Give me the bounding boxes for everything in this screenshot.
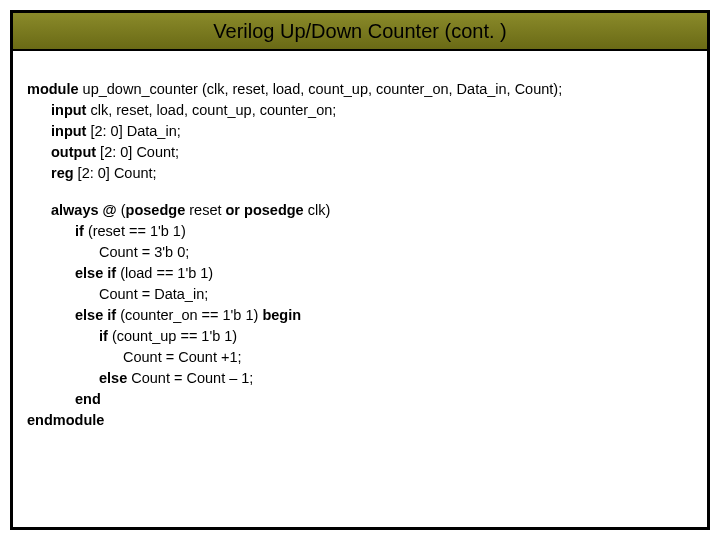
code-line: always @ (posedge reset or posedge clk) <box>27 200 693 221</box>
keyword-elseif: else if <box>75 265 116 281</box>
code-text: clk, reset, load, count_up, counter_on; <box>86 102 336 118</box>
keyword-posedge: posedge <box>126 202 186 218</box>
code-line: reg [2: 0] Count; <box>27 163 693 184</box>
keyword-output: output <box>51 144 96 160</box>
title-bar: Verilog Up/Down Counter (cont. ) <box>13 13 707 51</box>
keyword-always: always @ <box>51 202 117 218</box>
code-line: else Count = Count – 1; <box>27 368 693 389</box>
code-line: module up_down_counter (clk, reset, load… <box>27 79 693 100</box>
code-line: input [2: 0] Data_in; <box>27 121 693 142</box>
keyword-if: if <box>75 223 84 239</box>
code-text: [2: 0] Count; <box>96 144 179 160</box>
code-text: clk) <box>304 202 331 218</box>
code-text: Count = Count +1; <box>123 349 242 365</box>
code-line: endmodule <box>27 410 693 431</box>
code-text: up_down_counter (clk, reset, load, count… <box>79 81 563 97</box>
code-text: Count = Data_in; <box>99 286 208 302</box>
keyword-if: if <box>99 328 108 344</box>
keyword-input: input <box>51 102 86 118</box>
code-text: (count_up == 1'b 1) <box>108 328 237 344</box>
keyword-else: else <box>99 370 127 386</box>
code-text: ( <box>117 202 126 218</box>
keyword-begin: begin <box>262 307 301 323</box>
slide-container: Verilog Up/Down Counter (cont. ) module … <box>10 10 710 530</box>
code-text: (load == 1'b 1) <box>116 265 213 281</box>
code-text: [2: 0] Data_in; <box>86 123 180 139</box>
code-line: Count = Count +1; <box>27 347 693 368</box>
keyword-or: or <box>226 202 241 218</box>
slide-title: Verilog Up/Down Counter (cont. ) <box>213 20 506 43</box>
code-content: module up_down_counter (clk, reset, load… <box>13 51 707 445</box>
code-text: reset <box>185 202 225 218</box>
code-line: else if (counter_on == 1'b 1) begin <box>27 305 693 326</box>
code-line: Count = 3'b 0; <box>27 242 693 263</box>
keyword-elseif: else if <box>75 307 116 323</box>
code-text: Count = 3'b 0; <box>99 244 189 260</box>
keyword-end: end <box>75 391 101 407</box>
code-line: Count = Data_in; <box>27 284 693 305</box>
keyword-module: module <box>27 81 79 97</box>
code-text: [2: 0] Count; <box>74 165 157 181</box>
code-line: else if (load == 1'b 1) <box>27 263 693 284</box>
keyword-reg: reg <box>51 165 74 181</box>
keyword-input: input <box>51 123 86 139</box>
keyword-endmodule: endmodule <box>27 412 104 428</box>
code-line: if (count_up == 1'b 1) <box>27 326 693 347</box>
code-text: (reset == 1'b 1) <box>84 223 186 239</box>
code-text: Count = Count – 1; <box>127 370 253 386</box>
code-line: end <box>27 389 693 410</box>
keyword-posedge: posedge <box>244 202 304 218</box>
code-text: (counter_on == 1'b 1) <box>116 307 262 323</box>
code-line: input clk, reset, load, count_up, counte… <box>27 100 693 121</box>
code-line: output [2: 0] Count; <box>27 142 693 163</box>
code-line: if (reset == 1'b 1) <box>27 221 693 242</box>
